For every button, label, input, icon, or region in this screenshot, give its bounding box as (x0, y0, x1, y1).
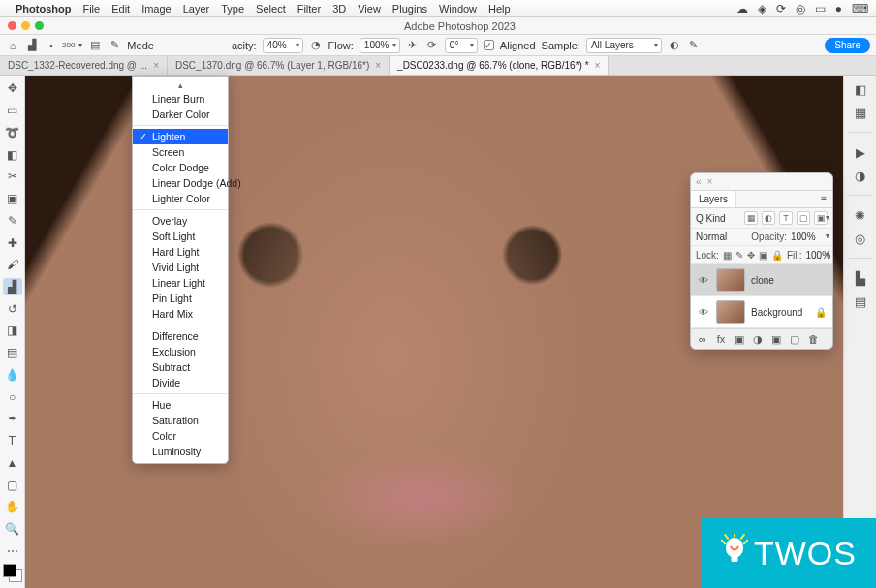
layer-filter-kind[interactable]: Q Kind (696, 213, 740, 224)
close-icon[interactable]: × (707, 176, 713, 187)
history-brush-tool[interactable]: ↺ (3, 299, 22, 318)
lock-icon[interactable]: 🔒 (815, 307, 827, 318)
collapse-icon[interactable]: « (696, 176, 702, 187)
layer-mask-icon[interactable]: ▣ (734, 333, 745, 345)
status-sync-icon[interactable]: ⟳ (776, 2, 786, 15)
menu-item-color-dodge[interactable]: Color Dodge (133, 160, 228, 175)
histogram-panel-icon[interactable]: ▙ (853, 270, 868, 286)
window-minimize-button[interactable] (21, 21, 30, 30)
adjustment-layer-icon[interactable]: ◑ (752, 333, 764, 345)
menu-type[interactable]: Type (221, 3, 244, 15)
move-tool[interactable]: ✥ (3, 79, 22, 98)
tab-layers[interactable]: Layers (691, 191, 736, 207)
edit-toolbar[interactable]: ⋯ (3, 542, 22, 560)
angle-icon[interactable]: ⟳ (425, 39, 439, 52)
hand-tool[interactable]: ✋ (3, 498, 22, 516)
clone-stamp-tool[interactable]: ▟ (3, 278, 22, 296)
gradient-tool[interactable]: ▤ (3, 344, 22, 362)
pressure-size-icon[interactable]: ✎ (687, 39, 701, 52)
object-select-tool[interactable]: ◧ (3, 145, 22, 164)
filter-type-icon[interactable]: T (779, 211, 793, 225)
layer-fx-icon[interactable]: fx (715, 333, 727, 345)
menu-item-overlay[interactable]: Overlay (133, 213, 228, 229)
lock-transparent-icon[interactable]: ▦ (723, 249, 732, 261)
document-tab-1[interactable]: DSC_1332-Recovered.dng @ ... × (0, 56, 168, 75)
menu-item-luminosity[interactable]: Luminosity (133, 444, 228, 459)
crop-tool[interactable]: ✂︎ (3, 168, 22, 186)
brush-panel-icon[interactable]: ✎ (108, 39, 121, 52)
rectangle-tool[interactable]: ▢ (3, 476, 22, 494)
pen-tool[interactable]: ✒︎ (3, 410, 22, 428)
window-maximize-button[interactable] (35, 21, 44, 30)
menu-select[interactable]: Select (256, 3, 286, 15)
window-close-button[interactable] (8, 21, 16, 30)
visibility-eye-icon[interactable]: 👁 (697, 307, 710, 318)
status-updates-icon[interactable]: ◎ (796, 2, 805, 15)
layer-thumbnail[interactable] (716, 300, 745, 324)
menu-file[interactable]: File (82, 3, 100, 15)
layer-blend-dropdown[interactable]: Normal (696, 232, 747, 242)
status-cloud-icon[interactable]: ☁︎ (736, 2, 748, 15)
menu-item-difference[interactable]: Difference (133, 328, 228, 344)
menu-help[interactable]: Help (488, 3, 511, 15)
history-panel-icon[interactable]: ▶ (853, 144, 868, 160)
angle-input[interactable]: 0° (445, 38, 478, 53)
tool-preset-stamp-icon[interactable]: ▟ (25, 39, 39, 52)
menu-edit[interactable]: Edit (111, 3, 130, 15)
new-layer-icon[interactable]: ▢ (789, 333, 800, 345)
status-shield-icon[interactable]: ◈ (758, 2, 766, 15)
filter-pixel-icon[interactable]: ▦ (744, 211, 758, 225)
menu-item-vivid-light[interactable]: Vivid Light (133, 260, 228, 275)
document-tab-2[interactable]: DSC_1370.dng @ 66.7% (Layer 1, RGB/16*) … (168, 56, 390, 75)
close-icon[interactable]: × (595, 60, 601, 71)
menu-window[interactable]: Window (439, 3, 477, 15)
airbrush-icon[interactable]: ✈︎ (406, 39, 420, 52)
zoom-tool[interactable]: 🔍 (3, 520, 22, 539)
color-panel-icon[interactable]: ◧ (853, 81, 868, 97)
menu-item-hard-light[interactable]: Hard Light (133, 244, 228, 260)
delete-layer-icon[interactable]: 🗑 (807, 333, 819, 345)
menu-item-subtract[interactable]: Subtract (133, 359, 228, 375)
filter-adjust-icon[interactable]: ◐ (762, 211, 775, 225)
navigator-panel-icon[interactable]: ▤ (853, 294, 868, 309)
menu-item-lighter-color[interactable]: Lighter Color (133, 191, 228, 206)
menu-item-soft-light[interactable]: Soft Light (133, 229, 228, 244)
blend-mode-menu[interactable]: ▴ Linear Burn Darker Color Lighten Scree… (132, 76, 229, 464)
brush-settings-icon[interactable]: ▤ (88, 39, 102, 52)
panel-titlebar[interactable]: « × (691, 173, 832, 191)
menu-plugins[interactable]: Plugins (392, 3, 427, 15)
menu-item-pin-light[interactable]: Pin Light (133, 291, 228, 306)
ignore-adjustments-icon[interactable]: ◐ (668, 39, 681, 52)
close-icon[interactable]: × (153, 60, 159, 71)
blur-tool[interactable]: 💧 (3, 366, 22, 385)
brush-tool[interactable]: 🖌 (3, 256, 22, 274)
document-tab-3[interactable]: _DSC0233.dng @ 66.7% (clone, RGB/16*) * … (390, 56, 609, 75)
menu-item-hue[interactable]: Hue (133, 397, 228, 413)
fill-dropdown[interactable]: 100% (805, 250, 830, 261)
menu-item-linear-light[interactable]: Linear Light (133, 275, 228, 291)
menu-item-exclusion[interactable]: Exclusion (133, 344, 228, 359)
menu-filter[interactable]: Filter (297, 3, 321, 15)
marquee-tool[interactable]: ▭ (3, 102, 22, 120)
status-battery-icon[interactable]: ▭ (815, 2, 826, 15)
opacity-dropdown[interactable]: 40% (263, 38, 303, 53)
menu-item-divide[interactable]: Divide (133, 375, 228, 390)
close-icon[interactable]: × (375, 60, 381, 71)
layer-row-background[interactable]: 👁 Background 🔒 (691, 296, 832, 328)
actions-panel-icon[interactable]: ◑ (853, 168, 868, 183)
layers-panel[interactable]: « × Layers ≡ Q Kind ▦ ◐ T ▢ ▣ Normal Opa… (690, 172, 833, 350)
lock-position-icon[interactable]: ✥ (747, 249, 755, 261)
menu-item-hard-mix[interactable]: Hard Mix (133, 306, 228, 322)
status-indicator-icon[interactable]: ● (835, 2, 842, 15)
lock-pixels-icon[interactable]: ✎ (735, 249, 743, 261)
menu-image[interactable]: Image (141, 3, 172, 15)
brush-preset-picker[interactable]: • 200 ▾ (45, 39, 82, 52)
lasso-tool[interactable]: ➰ (3, 123, 22, 141)
link-layers-icon[interactable]: ∞ (697, 333, 708, 345)
menu-item-lighten[interactable]: Lighten (133, 129, 228, 144)
visibility-eye-icon[interactable]: 👁 (697, 275, 710, 286)
color-swatches[interactable] (3, 564, 22, 582)
foreground-color-swatch[interactable] (3, 564, 16, 577)
home-icon[interactable]: ⌂ (6, 39, 19, 52)
menu-item-saturation[interactable]: Saturation (133, 413, 228, 428)
